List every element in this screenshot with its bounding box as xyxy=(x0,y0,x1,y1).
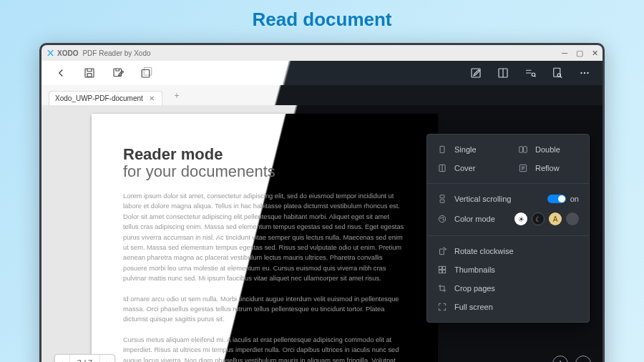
minimize-button[interactable]: ─ xyxy=(562,49,567,58)
document-tab[interactable]: Xodo_UWP-PDF-document ✕ xyxy=(49,91,162,105)
color-mode-light[interactable]: ☀ xyxy=(514,212,527,225)
doc-paragraph: Cursus metus aliquam eleifend mi. A iacu… xyxy=(123,335,406,362)
next-page-button[interactable]: › xyxy=(100,355,114,362)
view-cover[interactable]: Cover xyxy=(427,159,508,177)
color-mode-row: Color mode ☀ ☾ A xyxy=(427,208,589,230)
cover-page-icon xyxy=(437,163,447,173)
app-logo: XODO xyxy=(46,49,78,57)
thumbnails[interactable]: Thumbnails xyxy=(427,260,589,279)
window-titlebar: XODO PDF Reader by Xodo ─ ▢ ✕ xyxy=(42,45,602,61)
reflow-icon xyxy=(518,163,528,173)
svg-rect-4 xyxy=(144,68,152,76)
app-name: XODO xyxy=(57,49,78,57)
svg-rect-1 xyxy=(87,74,92,77)
svg-rect-27 xyxy=(440,195,444,198)
tab-label: Xodo_UWP-PDF-document xyxy=(55,94,143,102)
view-options-panel: Single Double Cover Reflow Ver xyxy=(426,134,590,323)
page-indicator: 3 / 7 xyxy=(69,355,100,362)
svg-rect-28 xyxy=(440,200,444,202)
view-reflow[interactable]: Reflow xyxy=(508,159,589,177)
add-tab-button[interactable]: ＋ xyxy=(167,89,187,102)
zoom-in-button[interactable]: + xyxy=(552,356,568,362)
svg-rect-37 xyxy=(443,270,446,273)
document-page: Reader mode for your documenents Lorem i… xyxy=(92,114,438,362)
view-double[interactable]: Double xyxy=(508,140,589,159)
svg-rect-33 xyxy=(440,249,444,255)
view-mode-icon[interactable] xyxy=(497,67,509,79)
color-mode-custom[interactable] xyxy=(566,212,579,225)
tab-strip: Xodo_UWP-PDF-document ✕ ＋ xyxy=(42,85,602,105)
more-icon[interactable] xyxy=(578,67,591,79)
svg-rect-0 xyxy=(85,69,94,77)
zoom-out-button[interactable]: − xyxy=(575,356,591,362)
hero-title: Read document xyxy=(0,9,644,31)
doc-paragraph: Id ornare arcu odio ut sem nulla. Morbi … xyxy=(123,294,406,325)
page-search-icon[interactable] xyxy=(551,67,564,79)
close-button[interactable]: ✕ xyxy=(592,49,598,58)
page-navigator: ‹ 3 / 7 › xyxy=(54,354,115,362)
svg-rect-20 xyxy=(524,147,527,152)
svg-rect-34 xyxy=(439,266,441,269)
svg-line-11 xyxy=(535,76,536,77)
document-area: Reader mode for your documenents Lorem i… xyxy=(42,105,602,362)
svg-point-32 xyxy=(443,220,444,220)
crop-pages[interactable]: Crop pages xyxy=(427,279,589,298)
tab-close-icon[interactable]: ✕ xyxy=(149,94,155,102)
double-page-icon xyxy=(518,145,528,155)
svg-point-15 xyxy=(580,72,582,74)
doc-paragraph: Lorem ipsum dolor sit amet, consectetur … xyxy=(123,191,406,284)
doc-heading-2: for your documenents xyxy=(123,162,406,181)
maximize-button[interactable]: ▢ xyxy=(576,49,583,58)
save-edit-icon[interactable] xyxy=(112,67,125,79)
svg-rect-35 xyxy=(443,266,446,269)
thumbnails-icon xyxy=(437,265,447,275)
svg-rect-19 xyxy=(519,147,523,152)
vertical-scroll-icon xyxy=(437,194,447,204)
edit-icon[interactable] xyxy=(469,67,482,79)
full-screen[interactable]: Full screen xyxy=(427,298,589,316)
svg-point-31 xyxy=(443,217,444,218)
svg-rect-36 xyxy=(439,270,441,273)
app-toolbar xyxy=(42,61,602,85)
color-mode-sepia[interactable]: A xyxy=(549,212,562,225)
svg-point-29 xyxy=(439,215,445,222)
hero-banner: Read document xyxy=(0,0,644,38)
save-as-icon[interactable] xyxy=(140,67,153,79)
app-window: XODO PDF Reader by Xodo ─ ▢ ✕ Xodo_UWP-P… xyxy=(39,43,605,362)
color-mode-night[interactable]: ☾ xyxy=(532,212,545,225)
search-settings-icon[interactable] xyxy=(524,67,537,79)
svg-point-17 xyxy=(587,72,588,74)
vertical-scrolling-row: Vertical scrolling on xyxy=(427,190,589,208)
save-icon[interactable] xyxy=(83,67,96,79)
window-controls: ─ ▢ ✕ xyxy=(562,49,598,58)
palette-icon xyxy=(437,214,447,224)
zoom-controls: + − xyxy=(552,356,591,362)
svg-rect-12 xyxy=(554,68,560,77)
app-subtitle: PDF Reader by Xodo xyxy=(82,49,150,57)
xodo-logo-icon xyxy=(46,49,54,57)
vertical-scrolling-toggle[interactable]: on xyxy=(547,195,579,203)
rotate-clockwise[interactable]: Rotate clockwise xyxy=(427,242,589,260)
svg-rect-3 xyxy=(142,70,150,78)
svg-rect-18 xyxy=(440,146,444,152)
rotate-icon xyxy=(437,246,447,256)
svg-line-14 xyxy=(560,77,562,78)
svg-point-30 xyxy=(441,217,441,218)
crop-icon xyxy=(437,283,447,293)
doc-heading-1: Reader mode xyxy=(123,145,406,164)
view-single[interactable]: Single xyxy=(427,140,508,159)
svg-point-16 xyxy=(584,72,585,74)
fullscreen-icon xyxy=(437,302,447,312)
single-page-icon xyxy=(437,145,447,155)
prev-page-button[interactable]: ‹ xyxy=(55,355,69,362)
back-icon[interactable] xyxy=(54,67,67,79)
